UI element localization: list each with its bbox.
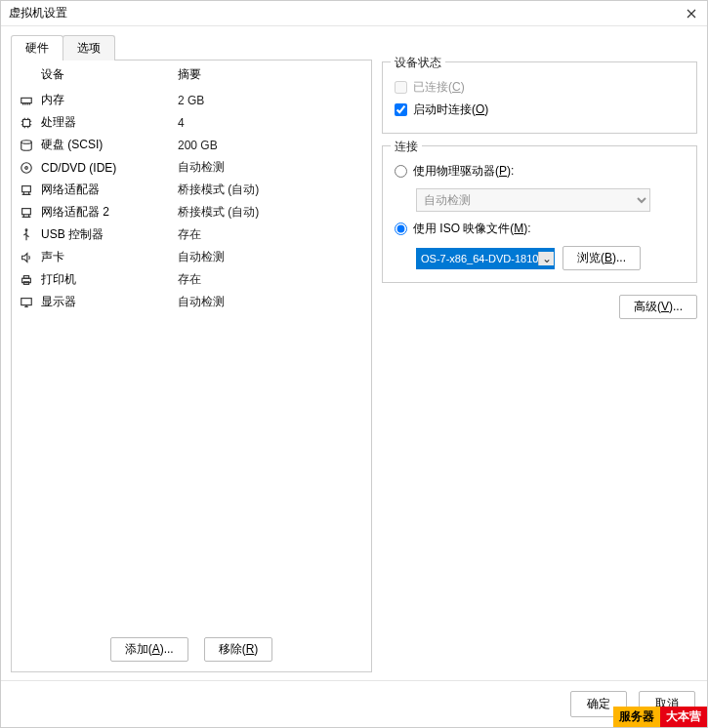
svg-rect-1 <box>23 119 30 126</box>
svg-point-4 <box>25 166 28 169</box>
advanced-button[interactable]: 高级(V)... <box>619 295 697 319</box>
hw-cddvd[interactable]: CD/DVD (IDE) 自动检测 <box>12 156 371 179</box>
hw-display[interactable]: 显示器 自动检测 <box>12 291 371 313</box>
device-status-group: 设备状态 已连接(C) 启动时连接(O) <box>382 61 697 134</box>
hw-nic2[interactable]: 网络适配器 2 桥接模式 (自动) <box>12 201 371 223</box>
iso-label: 使用 ISO 映像文件(M): <box>413 221 531 237</box>
connected-label: 已连接(C) <box>413 79 465 96</box>
hardware-list: 设备 摘要 内存 2 GB 处理器 4 硬盘 (SCSI) 200 GB CD/… <box>11 60 372 672</box>
sound-icon <box>20 251 41 264</box>
hw-cpu[interactable]: 处理器 4 <box>12 111 371 134</box>
connect-start-label: 启动时连接(O) <box>413 101 488 118</box>
hw-usb[interactable]: USB 控制器 存在 <box>12 223 371 246</box>
status-legend: 设备状态 <box>391 55 445 71</box>
disk-icon <box>20 139 41 152</box>
iso-value: OS-7-x86_64-DVD-1810.iso <box>417 253 538 264</box>
usb-icon <box>20 228 41 242</box>
cpu-icon <box>20 116 41 130</box>
connection-group: 连接 使用物理驱动器(P): 自动检测 使用 ISO 映像文件(M): OS-7… <box>382 145 697 283</box>
memory-icon <box>20 94 41 107</box>
hw-printer[interactable]: 打印机 存在 <box>12 268 371 291</box>
col-summary: 摘要 <box>178 66 201 83</box>
hw-disk[interactable]: 硬盘 (SCSI) 200 GB <box>12 134 371 156</box>
svg-rect-5 <box>22 185 31 191</box>
chevron-down-icon[interactable]: ⌄ <box>538 252 554 265</box>
disc-icon <box>20 161 41 175</box>
network-icon <box>20 183 41 197</box>
svg-rect-0 <box>21 98 32 102</box>
hw-memory[interactable]: 内存 2 GB <box>12 89 371 111</box>
svg-point-2 <box>21 140 32 143</box>
display-icon <box>20 296 41 309</box>
tab-hardware[interactable]: 硬件 <box>11 35 63 61</box>
close-button[interactable] <box>684 6 699 21</box>
iso-radio[interactable] <box>395 222 407 235</box>
add-button[interactable]: 添加(A)... <box>110 637 188 662</box>
svg-rect-9 <box>23 275 28 278</box>
connected-checkbox <box>395 81 407 94</box>
browse-button[interactable]: 浏览(B)... <box>562 246 641 270</box>
window-title: 虚拟机设置 <box>9 5 67 21</box>
watermark: 服务器 大本营 <box>613 707 707 727</box>
physical-label: 使用物理驱动器(P): <box>413 163 514 180</box>
physical-radio[interactable] <box>395 165 407 178</box>
svg-rect-11 <box>21 298 32 304</box>
remove-button[interactable]: 移除(R) <box>204 637 273 662</box>
physical-select: 自动检测 <box>416 188 650 212</box>
network-icon <box>20 206 41 220</box>
hw-sound[interactable]: 声卡 自动检测 <box>12 246 371 268</box>
printer-icon <box>20 273 41 287</box>
tab-options[interactable]: 选项 <box>62 35 115 61</box>
col-device: 设备 <box>41 66 178 83</box>
iso-combobox[interactable]: OS-7-x86_64-DVD-1810.iso ⌄ <box>416 248 555 269</box>
svg-rect-6 <box>22 208 31 214</box>
connection-legend: 连接 <box>391 139 422 155</box>
hw-nic1[interactable]: 网络适配器 桥接模式 (自动) <box>12 179 371 201</box>
svg-point-3 <box>21 162 32 173</box>
connect-start-checkbox[interactable] <box>395 103 407 116</box>
